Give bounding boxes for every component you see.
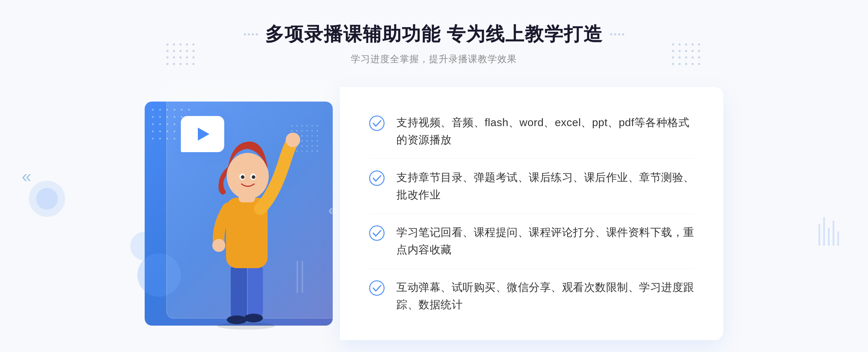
main-title: 多项录播课辅助功能 专为线上教学打造	[265, 22, 603, 47]
svg-rect-2	[248, 263, 263, 319]
check-icon-2	[369, 170, 385, 186]
header-decorators: 多项录播课辅助功能 专为线上教学打造	[244, 22, 624, 47]
feature-item-4: 互动弹幕、试听购买、微信分享、观看次数限制、学习进度跟踪、数据统计	[369, 271, 694, 321]
check-icon-3	[369, 225, 385, 241]
feature-text-3: 学习笔记回看、课程提问、课程评论打分、课件资料下载，重点内容收藏	[396, 224, 694, 258]
divider-3	[369, 269, 694, 269]
sub-title: 学习进度全掌握，提升录播课教学效果	[351, 53, 517, 65]
svg-point-6	[286, 133, 300, 147]
svg-rect-1	[231, 263, 247, 321]
deco-bottom-right	[818, 217, 839, 246]
svg-point-3	[227, 315, 247, 324]
deco-dots-right	[672, 43, 702, 66]
feature-item-1: 支持视频、音频、flash、word、excel、ppt、pdf等各种格式的资源…	[369, 107, 694, 156]
svg-point-7	[212, 239, 225, 252]
divider-1	[369, 158, 694, 159]
svg-point-14	[370, 116, 384, 130]
svg-point-15	[370, 171, 384, 185]
svg-point-0	[217, 322, 275, 330]
feature-item-3: 学习笔记回看、课程提问、课程评论打分、课件资料下载，重点内容收藏	[369, 216, 694, 266]
main-content: « 支持视频、音频、flash、word、excel、ppt、pdf等各种格式的…	[145, 87, 723, 340]
card-chevron-icon: «	[328, 202, 336, 218]
svg-point-16	[370, 226, 384, 240]
svg-point-9	[227, 153, 269, 199]
feature-text-4: 互动弹幕、试听购买、微信分享、观看次数限制、学习进度跟踪、数据统计	[396, 279, 694, 313]
feature-item-2: 支持章节目录、弹题考试、课后练习、课后作业、章节测验、批改作业	[369, 162, 694, 211]
feature-text-2: 支持章节目录、弹题考试、课后练习、课后作业、章节测验、批改作业	[396, 169, 694, 203]
svg-point-17	[370, 281, 384, 295]
features-panel: 支持视频、音频、flash、word、excel、ppt、pdf等各种格式的资源…	[340, 87, 723, 340]
svg-point-4	[244, 314, 263, 322]
deco-bottom-left	[29, 181, 65, 217]
divider-2	[369, 213, 694, 214]
check-icon-1	[369, 115, 385, 131]
decorator-dots-right	[610, 33, 624, 35]
svg-point-12	[241, 175, 244, 179]
person-figure	[192, 122, 300, 333]
header-section: 多项录播课辅助功能 专为线上教学打造 学习进度全掌握，提升录播课教学效果	[244, 22, 624, 65]
deco-dots-left	[166, 43, 196, 66]
feature-text-1: 支持视频、音频、flash、word、excel、ppt、pdf等各种格式的资源…	[396, 114, 694, 149]
check-icon-4	[369, 280, 385, 296]
page-wrapper: « 多项录播课辅助功能 专为线上教学打造 学习进度全掌握，提升录播课教学效果	[0, 0, 868, 352]
decorator-dots-left	[244, 33, 258, 35]
svg-point-13	[252, 175, 255, 179]
illustration-panel: «	[145, 87, 347, 333]
